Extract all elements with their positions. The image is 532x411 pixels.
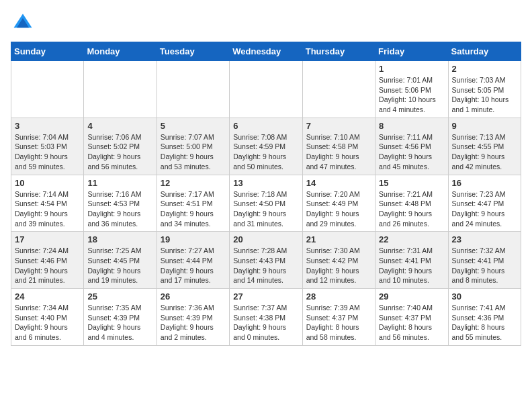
calendar-day-cell: 28Sunrise: 7:39 AMSunset: 4:37 PMDayligh… [302,289,375,346]
calendar-day-cell [84,61,157,118]
calendar-day-cell: 3Sunrise: 7:04 AMSunset: 5:03 PMDaylight… [11,118,84,175]
day-number: 2 [452,64,517,74]
day-info: Sunrise: 7:07 AMSunset: 5:00 PMDaylight:… [161,132,226,172]
day-info: Sunrise: 7:40 AMSunset: 4:37 PMDaylight:… [379,303,444,342]
day-number: 9 [452,121,517,131]
calendar-day-cell: 23Sunrise: 7:32 AMSunset: 4:41 PMDayligh… [448,232,521,289]
calendar-day-cell: 5Sunrise: 7:07 AMSunset: 5:00 PMDaylight… [157,118,229,175]
day-info: Sunrise: 7:39 AMSunset: 4:37 PMDaylight:… [306,303,371,342]
day-number: 8 [379,121,444,131]
day-info: Sunrise: 7:01 AMSunset: 5:06 PMDaylight:… [379,75,444,115]
calendar-day-cell: 16Sunrise: 7:23 AMSunset: 4:47 PMDayligh… [448,175,521,232]
day-number: 22 [379,234,444,244]
day-info: Sunrise: 7:35 AMSunset: 4:39 PMDaylight:… [87,303,152,342]
day-info: Sunrise: 7:17 AMSunset: 4:51 PMDaylight:… [161,189,226,229]
day-info: Sunrise: 7:37 AMSunset: 4:38 PMDaylight:… [233,303,298,342]
day-info: Sunrise: 7:31 AMSunset: 4:41 PMDaylight:… [379,246,444,285]
day-info: Sunrise: 7:41 AMSunset: 4:36 PMDaylight:… [452,303,517,342]
day-info: Sunrise: 7:25 AMSunset: 4:45 PMDaylight:… [87,246,152,285]
calendar-day-cell: 18Sunrise: 7:25 AMSunset: 4:45 PMDayligh… [84,232,157,289]
day-info: Sunrise: 7:24 AMSunset: 4:46 PMDaylight:… [15,246,80,285]
day-number: 15 [379,178,444,188]
calendar-day-cell: 24Sunrise: 7:34 AMSunset: 4:40 PMDayligh… [11,289,84,346]
calendar-day-cell: 26Sunrise: 7:36 AMSunset: 4:39 PMDayligh… [157,289,229,346]
calendar-day-cell [302,61,375,118]
calendar-day-cell: 25Sunrise: 7:35 AMSunset: 4:39 PMDayligh… [84,289,157,346]
day-info: Sunrise: 7:13 AMSunset: 4:55 PMDaylight:… [452,132,517,172]
calendar-day-cell: 21Sunrise: 7:30 AMSunset: 4:42 PMDayligh… [302,232,375,289]
day-info: Sunrise: 7:36 AMSunset: 4:39 PMDaylight:… [161,303,226,342]
day-info: Sunrise: 7:20 AMSunset: 4:49 PMDaylight:… [306,189,371,229]
calendar-day-cell: 12Sunrise: 7:17 AMSunset: 4:51 PMDayligh… [157,175,229,232]
day-number: 23 [452,234,517,244]
day-info: Sunrise: 7:28 AMSunset: 4:43 PMDaylight:… [233,246,298,285]
calendar-weekday-header: Thursday [302,42,375,61]
logo-icon [11,11,35,35]
calendar-day-cell [11,61,84,118]
calendar-day-cell: 1Sunrise: 7:01 AMSunset: 5:06 PMDaylight… [375,61,448,118]
calendar-day-cell: 8Sunrise: 7:11 AMSunset: 4:56 PMDaylight… [375,118,448,175]
day-info: Sunrise: 7:14 AMSunset: 4:54 PMDaylight:… [15,189,80,229]
calendar-week-row: 17Sunrise: 7:24 AMSunset: 4:46 PMDayligh… [11,232,521,289]
calendar-day-cell: 27Sunrise: 7:37 AMSunset: 4:38 PMDayligh… [230,289,302,346]
calendar-weekday-header: Wednesday [230,42,302,61]
calendar-week-row: 1Sunrise: 7:01 AMSunset: 5:06 PMDaylight… [11,61,521,118]
day-info: Sunrise: 7:21 AMSunset: 4:48 PMDaylight:… [379,189,444,229]
day-number: 24 [15,291,80,302]
day-info: Sunrise: 7:34 AMSunset: 4:40 PMDaylight:… [15,303,80,342]
calendar-week-row: 24Sunrise: 7:34 AMSunset: 4:40 PMDayligh… [11,289,521,346]
day-info: Sunrise: 7:08 AMSunset: 4:59 PMDaylight:… [233,132,298,172]
day-number: 5 [161,121,226,131]
day-info: Sunrise: 7:30 AMSunset: 4:42 PMDaylight:… [306,246,371,285]
calendar-weekday-header: Sunday [11,42,84,61]
day-number: 19 [161,234,226,244]
calendar-day-cell: 11Sunrise: 7:16 AMSunset: 4:53 PMDayligh… [84,175,157,232]
day-info: Sunrise: 7:03 AMSunset: 5:05 PMDaylight:… [452,75,517,115]
calendar-week-row: 3Sunrise: 7:04 AMSunset: 5:03 PMDaylight… [11,118,521,175]
day-number: 28 [306,291,371,302]
calendar-weekday-header: Saturday [448,42,521,61]
day-info: Sunrise: 7:27 AMSunset: 4:44 PMDaylight:… [161,246,226,285]
day-info: Sunrise: 7:06 AMSunset: 5:02 PMDaylight:… [87,132,152,172]
calendar-day-cell: 30Sunrise: 7:41 AMSunset: 4:36 PMDayligh… [448,289,521,346]
calendar-day-cell: 10Sunrise: 7:14 AMSunset: 4:54 PMDayligh… [11,175,84,232]
calendar-day-cell: 22Sunrise: 7:31 AMSunset: 4:41 PMDayligh… [375,232,448,289]
day-number: 6 [233,121,298,131]
calendar-day-cell [230,61,302,118]
day-info: Sunrise: 7:18 AMSunset: 4:50 PMDaylight:… [233,189,298,229]
day-number: 7 [306,121,371,131]
day-number: 26 [161,291,226,302]
day-number: 4 [87,121,152,131]
day-number: 30 [452,291,517,302]
day-number: 13 [233,178,298,188]
calendar-day-cell: 14Sunrise: 7:20 AMSunset: 4:49 PMDayligh… [302,175,375,232]
day-number: 10 [15,178,80,188]
calendar-day-cell: 13Sunrise: 7:18 AMSunset: 4:50 PMDayligh… [230,175,302,232]
day-info: Sunrise: 7:04 AMSunset: 5:03 PMDaylight:… [15,132,80,172]
calendar-day-cell: 2Sunrise: 7:03 AMSunset: 5:05 PMDaylight… [448,61,521,118]
calendar-day-cell: 29Sunrise: 7:40 AMSunset: 4:37 PMDayligh… [375,289,448,346]
day-number: 3 [15,121,80,131]
day-number: 16 [452,178,517,188]
day-number: 21 [306,234,371,244]
calendar-header-row: SundayMondayTuesdayWednesdayThursdayFrid… [11,42,521,61]
calendar-weekday-header: Friday [375,42,448,61]
day-info: Sunrise: 7:32 AMSunset: 4:41 PMDaylight:… [452,246,517,285]
day-info: Sunrise: 7:16 AMSunset: 4:53 PMDaylight:… [87,189,152,229]
calendar-day-cell [157,61,229,118]
calendar-day-cell: 19Sunrise: 7:27 AMSunset: 4:44 PMDayligh… [157,232,229,289]
day-number: 25 [87,291,152,302]
calendar-day-cell: 15Sunrise: 7:21 AMSunset: 4:48 PMDayligh… [375,175,448,232]
day-number: 11 [87,178,152,188]
calendar-table: SundayMondayTuesdayWednesdayThursdayFrid… [11,42,521,346]
page-header [11,11,521,35]
day-info: Sunrise: 7:23 AMSunset: 4:47 PMDaylight:… [452,189,517,229]
day-info: Sunrise: 7:10 AMSunset: 4:58 PMDaylight:… [306,132,371,172]
day-number: 12 [161,178,226,188]
calendar-week-row: 10Sunrise: 7:14 AMSunset: 4:54 PMDayligh… [11,175,521,232]
day-number: 18 [87,234,152,244]
day-number: 1 [379,64,444,74]
calendar-day-cell: 7Sunrise: 7:10 AMSunset: 4:58 PMDaylight… [302,118,375,175]
calendar-day-cell: 4Sunrise: 7:06 AMSunset: 5:02 PMDaylight… [84,118,157,175]
day-number: 27 [233,291,298,302]
